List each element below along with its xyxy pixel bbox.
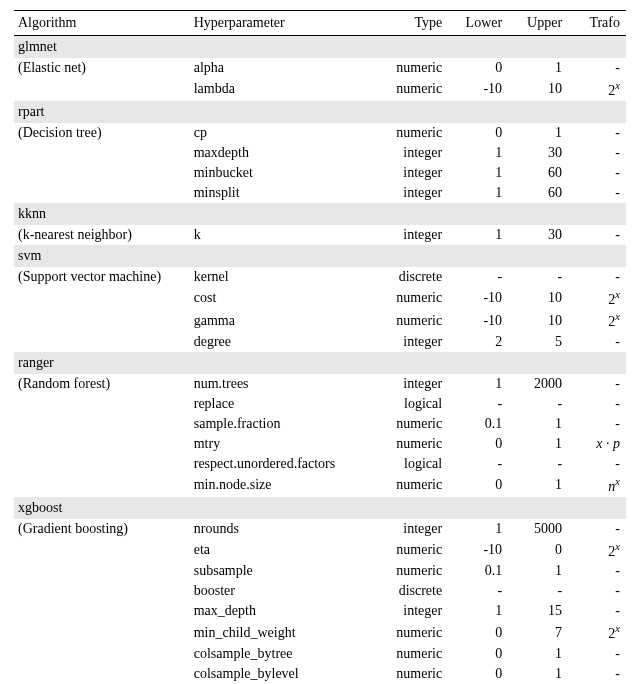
- upper-cell: 30: [508, 225, 568, 245]
- table-row: etanumeric-1002x: [14, 539, 626, 562]
- hyperparameter-cell: nrounds: [190, 519, 376, 539]
- lower-cell: 1: [448, 601, 508, 621]
- algorithm-description: [14, 287, 190, 310]
- type-cell: numeric: [376, 621, 448, 644]
- col-algorithm: Algorithm: [14, 11, 190, 36]
- lower-cell: -: [448, 267, 508, 287]
- section-row: glmnet: [14, 36, 626, 59]
- upper-cell: 10: [508, 287, 568, 310]
- section-row: rpart: [14, 101, 626, 123]
- section-label: kknn: [14, 203, 626, 225]
- type-cell: integer: [376, 183, 448, 203]
- algorithm-description: (k-nearest neighbor): [14, 225, 190, 245]
- type-cell: numeric: [376, 287, 448, 310]
- trafo-cell: -: [568, 519, 626, 539]
- upper-cell: 7: [508, 621, 568, 644]
- table-row: (k-nearest neighbor)kinteger130-: [14, 225, 626, 245]
- algorithm-description: [14, 454, 190, 474]
- hyperparameter-cell: degree: [190, 332, 376, 352]
- table-row: maxdepthinteger130-: [14, 143, 626, 163]
- lower-cell: 1: [448, 143, 508, 163]
- table-row: gammanumeric-10102x: [14, 309, 626, 332]
- upper-cell: 30: [508, 143, 568, 163]
- type-cell: integer: [376, 519, 448, 539]
- lower-cell: -10: [448, 287, 508, 310]
- algorithm-description: (Support vector machine): [14, 267, 190, 287]
- table-row: colsample_bytreenumeric01-: [14, 644, 626, 664]
- upper-cell: 60: [508, 163, 568, 183]
- trafo-cell: -: [568, 454, 626, 474]
- lower-cell: 1: [448, 519, 508, 539]
- lower-cell: 1: [448, 163, 508, 183]
- type-cell: integer: [376, 332, 448, 352]
- hyperparameter-cell: minsplit: [190, 183, 376, 203]
- upper-cell: 10: [508, 309, 568, 332]
- trafo-cell: -: [568, 267, 626, 287]
- algorithm-description: [14, 644, 190, 664]
- lower-cell: 0: [448, 123, 508, 143]
- algorithm-description: [14, 539, 190, 562]
- algorithm-description: (Decision tree): [14, 123, 190, 143]
- lower-cell: 0: [448, 644, 508, 664]
- trafo-cell: -: [568, 644, 626, 664]
- type-cell: discrete: [376, 267, 448, 287]
- hyperparameter-cell: maxdepth: [190, 143, 376, 163]
- hyperparameter-cell: gamma: [190, 309, 376, 332]
- type-cell: discrete: [376, 581, 448, 601]
- trafo-cell: -: [568, 394, 626, 414]
- algorithm-description: [14, 434, 190, 454]
- upper-cell: 15: [508, 601, 568, 621]
- col-lower: Lower: [448, 11, 508, 36]
- algorithm-description: [14, 561, 190, 581]
- table-row: (Support vector machine)kerneldiscrete--…: [14, 267, 626, 287]
- trafo-cell: -: [568, 332, 626, 352]
- algorithm-description: [14, 143, 190, 163]
- algorithm-description: [14, 601, 190, 621]
- upper-cell: -: [508, 394, 568, 414]
- type-cell: integer: [376, 601, 448, 621]
- trafo-cell: -: [568, 225, 626, 245]
- hyperparameter-cell: max_depth: [190, 601, 376, 621]
- lower-cell: 1: [448, 374, 508, 394]
- trafo-cell: x · p: [568, 434, 626, 454]
- hyperparameter-cell: min.node.size: [190, 474, 376, 497]
- hyperparameter-table: Algorithm Hyperparameter Type Lower Uppe…: [14, 10, 626, 684]
- hyperparameter-cell: k: [190, 225, 376, 245]
- algorithm-description: [14, 621, 190, 644]
- type-cell: integer: [376, 374, 448, 394]
- hyperparameter-cell: num.trees: [190, 374, 376, 394]
- algorithm-description: [14, 332, 190, 352]
- hyperparameter-cell: alpha: [190, 58, 376, 78]
- type-cell: numeric: [376, 414, 448, 434]
- type-cell: numeric: [376, 58, 448, 78]
- hyperparameter-cell: lambda: [190, 78, 376, 101]
- trafo-cell: 2x: [568, 309, 626, 332]
- lower-cell: 2: [448, 332, 508, 352]
- col-type: Type: [376, 11, 448, 36]
- algorithm-description: [14, 414, 190, 434]
- lower-cell: 0: [448, 58, 508, 78]
- hyperparameter-cell: sample.fraction: [190, 414, 376, 434]
- upper-cell: 5000: [508, 519, 568, 539]
- section-label: svm: [14, 245, 626, 267]
- type-cell: logical: [376, 454, 448, 474]
- section-row: xgboost: [14, 497, 626, 519]
- algorithm-description: (Random forest): [14, 374, 190, 394]
- table-row: minbucketinteger160-: [14, 163, 626, 183]
- upper-cell: -: [508, 581, 568, 601]
- trafo-cell: -: [568, 58, 626, 78]
- table-row: costnumeric-10102x: [14, 287, 626, 310]
- section-label: ranger: [14, 352, 626, 374]
- trafo-cell: 2x: [568, 539, 626, 562]
- algorithm-description: [14, 183, 190, 203]
- table-row: replacelogical---: [14, 394, 626, 414]
- type-cell: numeric: [376, 309, 448, 332]
- lower-cell: 0: [448, 474, 508, 497]
- trafo-cell: -: [568, 601, 626, 621]
- table-row: (Random forest)num.treesinteger12000-: [14, 374, 626, 394]
- algorithm-description: [14, 78, 190, 101]
- type-cell: numeric: [376, 664, 448, 684]
- hyperparameter-cell: subsample: [190, 561, 376, 581]
- upper-cell: 0: [508, 539, 568, 562]
- trafo-cell: -: [568, 664, 626, 684]
